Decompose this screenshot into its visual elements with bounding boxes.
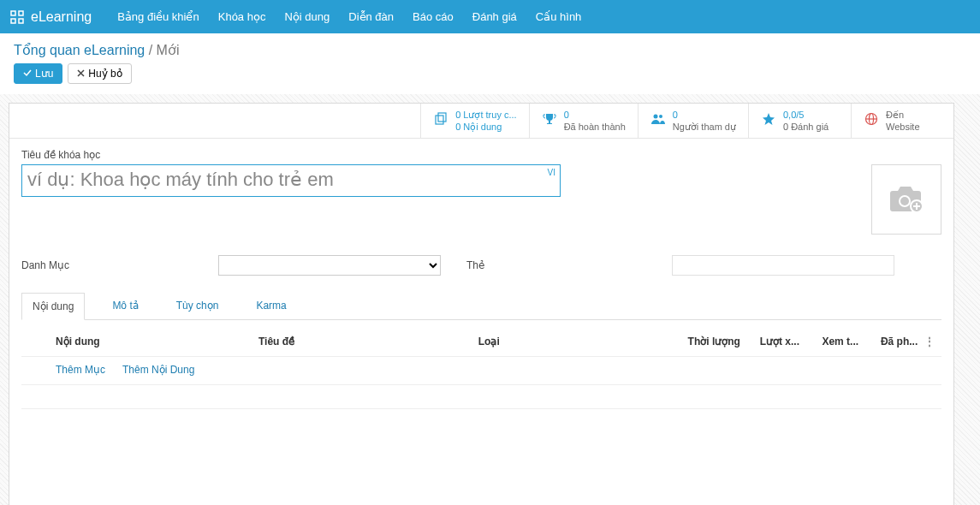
form-outer: 0 Lượt truy c... 0 Nội dung 0 Đã hoàn th…: [0, 94, 980, 505]
action-row: Lưu Huỷ bỏ: [0, 63, 980, 94]
nav-forum[interactable]: Diễn đàn: [348, 10, 394, 23]
tab-description[interactable]: Mô tả: [102, 293, 148, 320]
stat-done-bot: Đã hoàn thành: [564, 121, 626, 133]
stat-site-top: Đến: [886, 109, 920, 121]
nav-content[interactable]: Nội dung: [284, 10, 330, 23]
title-row: VI: [21, 164, 941, 235]
svg-point-11: [900, 197, 909, 205]
tab-content[interactable]: Nội dung: [21, 293, 85, 320]
category-field: Danh Mục: [21, 255, 441, 276]
copy-icon: [433, 112, 448, 129]
add-section-link[interactable]: Thêm Mục: [56, 364, 105, 376]
two-col: Danh Mục Thẻ: [21, 255, 941, 276]
col-content: Nội dung: [56, 336, 258, 348]
nav-config[interactable]: Cấu hình: [536, 10, 582, 23]
globe-icon: [864, 112, 879, 129]
image-upload[interactable]: [871, 164, 941, 235]
trophy-icon: [542, 112, 557, 129]
tags-input[interactable]: [672, 255, 894, 276]
category-label: Danh Mục: [21, 259, 210, 271]
tabs: Nội dung Mô tả Tùy chọn Karma: [21, 293, 941, 320]
discard-button[interactable]: Huỷ bỏ: [68, 63, 131, 84]
svg-rect-3: [19, 19, 23, 23]
stat-views-top: 0 Lượt truy c...: [455, 109, 516, 121]
tab-options[interactable]: Tùy chọn: [166, 293, 229, 320]
add-row: Thêm Mục Thêm Nội Dung: [21, 357, 941, 385]
stat-attend-top: 0: [673, 109, 736, 121]
stat-site-bot: Website: [886, 121, 920, 133]
course-title-input[interactable]: [21, 164, 561, 197]
breadcrumb-row: Tổng quan eLearning / Mới: [0, 33, 980, 63]
col-title: Tiêu đề: [258, 336, 478, 348]
users-icon: [650, 113, 666, 128]
stat-website[interactable]: Đến Website: [851, 104, 953, 138]
category-select[interactable]: [218, 255, 441, 276]
lang-badge[interactable]: VI: [546, 168, 557, 177]
title-input-wrap: VI: [21, 164, 561, 197]
svg-point-6: [653, 115, 657, 119]
svg-rect-0: [11, 11, 15, 15]
svg-rect-4: [436, 116, 443, 124]
nav-reviews[interactable]: Đánh giá: [472, 10, 517, 23]
stat-views-bot: 0 Nội dung: [455, 121, 516, 133]
title-label: Tiêu đề khóa học: [21, 149, 941, 161]
top-navbar: eLearning Bảng điều khiển Khóa học Nội d…: [0, 0, 980, 33]
svg-rect-5: [438, 113, 446, 122]
save-button[interactable]: Lưu: [14, 63, 62, 84]
tags-field: Thẻ: [466, 255, 894, 276]
stat-views[interactable]: 0 Lượt truy c... 0 Nội dung: [420, 104, 528, 138]
svg-rect-1: [19, 11, 23, 15]
apps-icon: [10, 10, 24, 24]
empty-row: [21, 385, 941, 409]
brand-area[interactable]: eLearning: [10, 9, 92, 25]
col-published: Đã ph...: [858, 336, 918, 348]
col-more-icon[interactable]: ⋮: [918, 336, 935, 348]
stat-done-top: 0: [564, 109, 626, 121]
breadcrumb-sep: /: [149, 43, 157, 57]
col-watched: Xem t...: [799, 336, 858, 348]
stat-done[interactable]: 0 Đã hoàn thành: [529, 104, 638, 138]
nav-items: Bảng điều khiển Khóa học Nội dung Diễn đ…: [117, 10, 581, 23]
tags-label: Thẻ: [466, 259, 501, 271]
stat-rating-bot: 0 Đánh giá: [783, 121, 829, 133]
svg-point-7: [659, 115, 662, 118]
breadcrumb: Tổng quan eLearning / Mới: [14, 42, 966, 58]
add-content-link[interactable]: Thêm Nội Dung: [122, 364, 194, 376]
check-icon: [23, 68, 32, 80]
col-views: Lượt x...: [740, 336, 799, 348]
breadcrumb-root[interactable]: Tổng quan eLearning: [14, 43, 145, 57]
form-body: Tiêu đề khóa học VI: [9, 139, 953, 505]
camera-plus-icon: [888, 182, 925, 217]
stat-rating-top: 0,0/5: [783, 109, 829, 121]
nav-courses[interactable]: Khóa học: [218, 10, 266, 23]
tail-space: [21, 409, 941, 503]
svg-rect-2: [11, 19, 15, 23]
stat-bar: 0 Lượt truy c... 0 Nội dung 0 Đã hoàn th…: [9, 104, 953, 139]
col-duration: Thời lượng: [673, 336, 740, 348]
col-type: Loại: [478, 336, 673, 348]
brand-text: eLearning: [31, 9, 92, 25]
stat-attend-bot: Người tham dự: [673, 121, 736, 133]
content-table-header: Nội dung Tiêu đề Loại Thời lượng Lượt x.…: [21, 327, 941, 357]
stat-rating[interactable]: 0,0/5 0 Đánh giá: [748, 104, 851, 138]
star-icon: [761, 112, 776, 129]
tab-karma[interactable]: Karma: [246, 293, 296, 320]
discard-label: Huỷ bỏ: [88, 68, 122, 80]
stat-attendees[interactable]: 0 Người tham dự: [638, 104, 748, 138]
nav-reports[interactable]: Báo cáo: [413, 10, 454, 23]
breadcrumb-current: Mới: [157, 43, 180, 57]
form-card: 0 Lượt truy c... 0 Nội dung 0 Đã hoàn th…: [9, 103, 954, 505]
save-label: Lưu: [35, 68, 53, 80]
close-icon: [77, 68, 85, 80]
nav-dashboard[interactable]: Bảng điều khiển: [117, 10, 199, 23]
stat-spacer: [9, 104, 420, 138]
